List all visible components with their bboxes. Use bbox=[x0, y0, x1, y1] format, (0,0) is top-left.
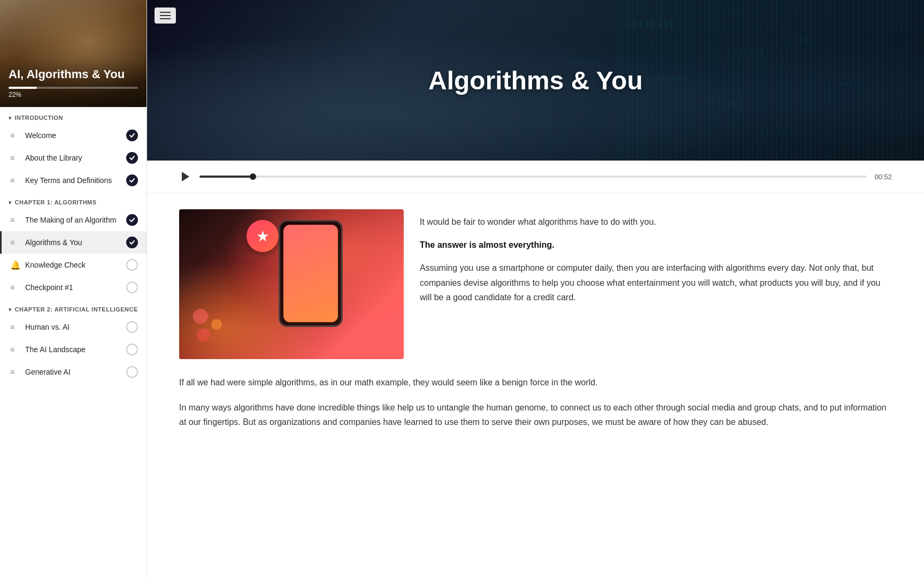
progress-bar-fill bbox=[9, 87, 37, 89]
chevron-down-icon-ch2: ▾ bbox=[9, 307, 12, 313]
sidebar-item-ai-landscape[interactable]: ≡ The AI Landscape bbox=[0, 338, 147, 361]
nav-label-key-terms: Key Terms and Definitions bbox=[25, 176, 126, 185]
chevron-down-icon-ch1: ▾ bbox=[9, 200, 12, 206]
star-icon: ★ bbox=[256, 227, 270, 245]
check-icon-keyterms bbox=[126, 174, 138, 186]
content-text: It would be fair to wonder what algorith… bbox=[420, 209, 892, 359]
sidebar-item-about-library[interactable]: ≡ About the Library bbox=[0, 147, 147, 169]
sidebar-title: AI, Algorithms & You bbox=[9, 67, 138, 81]
section-label-chapter2: CHAPTER 2: ARTIFICIAL INTELLIGENCE bbox=[15, 306, 138, 313]
svg-point-10 bbox=[211, 319, 222, 330]
check-icon-about bbox=[126, 152, 138, 164]
section-header-chapter1: ▾ CHAPTER 1: ALGORITHMS bbox=[0, 192, 147, 209]
check-icon-welcome bbox=[126, 130, 138, 141]
nav-label-knowledge-check: Knowledge Check bbox=[25, 261, 126, 269]
nav-label-ai-landscape: The AI Landscape bbox=[25, 345, 126, 354]
svg-text:1 0 1 0: 1 0 1 0 bbox=[841, 80, 859, 87]
svg-text:1 0 0 1 0 1 1: 1 0 0 1 0 1 1 bbox=[653, 75, 686, 81]
sidebar-item-making-algorithm[interactable]: ≡ The Making of an Algorithm bbox=[0, 209, 147, 231]
nav-label-checkpoint1: Checkpoint #1 bbox=[25, 283, 126, 292]
nav-label-making-algorithm: The Making of an Algorithm bbox=[25, 216, 126, 224]
audio-player: 00:52 bbox=[147, 161, 924, 193]
paragraph-4: If all we had were simple algorithms, as… bbox=[179, 375, 892, 390]
sidebar-item-checkpoint1[interactable]: ≡ Checkpoint #1 bbox=[0, 276, 147, 299]
menu-line-1 bbox=[160, 12, 171, 13]
menu-button[interactable] bbox=[155, 7, 176, 24]
phone-screen bbox=[283, 225, 338, 322]
progress-bar-track bbox=[9, 87, 138, 89]
sidebar-header: AI, Algorithms & You 22% bbox=[0, 0, 147, 107]
svg-text:0 1 0 0 1: 0 1 0 0 1 bbox=[573, 59, 594, 65]
circle-genai bbox=[126, 366, 138, 378]
hamburger-icon-algyou: ≡ bbox=[10, 238, 20, 247]
nav-label-human-vs-ai: Human vs. AI bbox=[25, 323, 126, 331]
svg-text:1 1 0 1 0 0 1: 1 1 0 1 0 0 1 bbox=[707, 101, 743, 109]
audio-progress bbox=[199, 176, 253, 178]
social-icons-visual bbox=[190, 306, 233, 348]
nav-label-welcome: Welcome bbox=[25, 131, 126, 140]
audio-dot bbox=[250, 173, 256, 180]
sidebar-item-human-vs-ai[interactable]: ≡ Human vs. AI bbox=[0, 316, 147, 338]
nav-label-algorithms-you: Algorithms & You bbox=[25, 238, 126, 247]
content-full: If all we had were simple algorithms, as… bbox=[147, 375, 924, 457]
hero-section: 1 0 1 1 0 1 0 0 0 1 0 1 1 0 1 0 0 1 0 1 … bbox=[147, 0, 924, 161]
paragraph-3: Assuming you use a smartphone or compute… bbox=[420, 261, 892, 305]
svg-text:0 0 1 1 0 1: 0 0 1 1 0 1 bbox=[760, 127, 793, 135]
svg-marker-8 bbox=[182, 172, 189, 181]
section-label-introduction: INTRODUCTION bbox=[15, 115, 63, 121]
menu-line-3 bbox=[160, 18, 171, 19]
section-header-chapter2: ▾ CHAPTER 2: ARTIFICIAL INTELLIGENCE bbox=[0, 299, 147, 316]
hero-title: Algorithms & You bbox=[428, 66, 643, 95]
hamburger-icon-ailandscape: ≡ bbox=[10, 345, 20, 354]
sidebar: AI, Algorithms & You 22% ▾ INTRODUCTION … bbox=[0, 0, 147, 578]
svg-text:0 1 0 1 1 0: 0 1 0 1 1 0 bbox=[734, 48, 764, 55]
sidebar-item-generative-ai[interactable]: ≡ Generative AI bbox=[0, 361, 147, 383]
hamburger-icon-humanai: ≡ bbox=[10, 323, 20, 331]
sidebar-item-welcome[interactable]: ≡ Welcome bbox=[0, 124, 147, 147]
svg-text:0 1 1 0 0: 0 1 1 0 0 bbox=[787, 36, 814, 44]
main-content: 1 0 1 1 0 1 0 0 0 1 0 1 1 0 1 0 0 1 0 1 … bbox=[147, 0, 924, 578]
sidebar-header-overlay: AI, Algorithms & You 22% bbox=[0, 59, 147, 107]
section-label-chapter1: CHAPTER 1: ALGORITHMS bbox=[15, 199, 97, 206]
circle-humanai bbox=[126, 321, 138, 333]
audio-time: 00:52 bbox=[874, 173, 892, 181]
paragraph-2-bold: The answer is almost everything. bbox=[420, 238, 892, 252]
hamburger-icon-genai: ≡ bbox=[10, 368, 20, 376]
menu-line-2 bbox=[160, 15, 171, 16]
hamburger-icon-about: ≡ bbox=[10, 154, 20, 162]
svg-point-9 bbox=[193, 309, 208, 324]
check-icon-algyou bbox=[126, 237, 138, 248]
hamburger-icon-keyterms: ≡ bbox=[10, 176, 20, 185]
hamburger-icon: ≡ bbox=[10, 131, 20, 140]
sidebar-item-knowledge-check[interactable]: 🔔 Knowledge Check bbox=[0, 254, 147, 276]
nav-label-generative-ai: Generative AI bbox=[25, 368, 126, 376]
phone-mockup bbox=[279, 220, 343, 327]
nav-label-about-library: About the Library bbox=[25, 154, 126, 162]
sidebar-item-key-terms[interactable]: ≡ Key Terms and Definitions bbox=[0, 169, 147, 192]
section-header-introduction: ▾ INTRODUCTION bbox=[0, 107, 147, 124]
star-badge: ★ bbox=[247, 220, 279, 252]
svg-text:1 0 1 1 0 1 0 0: 1 0 1 1 0 1 0 0 bbox=[627, 20, 675, 28]
sidebar-nav: ▾ INTRODUCTION ≡ Welcome ≡ About the Lib… bbox=[0, 107, 147, 578]
progress-label: 22% bbox=[9, 91, 138, 98]
content-section: ★ It would be fair to wonder what algori… bbox=[147, 193, 924, 375]
circle-checkpoint1 bbox=[126, 282, 138, 293]
progress-bar-container: 22% bbox=[9, 87, 138, 98]
circle-knowledge-check bbox=[126, 259, 138, 271]
chevron-down-icon: ▾ bbox=[9, 115, 12, 121]
paragraph-5: In many ways algorithms have done incred… bbox=[179, 400, 892, 429]
svg-point-11 bbox=[197, 329, 210, 341]
paragraph-1: It would be fair to wonder what algorith… bbox=[420, 215, 892, 229]
content-image: ★ bbox=[179, 209, 404, 359]
circle-ailandscape bbox=[126, 344, 138, 355]
audio-track[interactable] bbox=[199, 176, 867, 178]
check-icon-making bbox=[126, 214, 138, 226]
quiz-icon: 🔔 bbox=[10, 260, 20, 270]
hamburger-icon-checkpoint: ≡ bbox=[10, 283, 20, 292]
play-button[interactable] bbox=[179, 170, 192, 183]
hamburger-icon-making: ≡ bbox=[10, 216, 20, 224]
sidebar-item-algorithms-you[interactable]: ≡ Algorithms & You bbox=[0, 231, 147, 254]
